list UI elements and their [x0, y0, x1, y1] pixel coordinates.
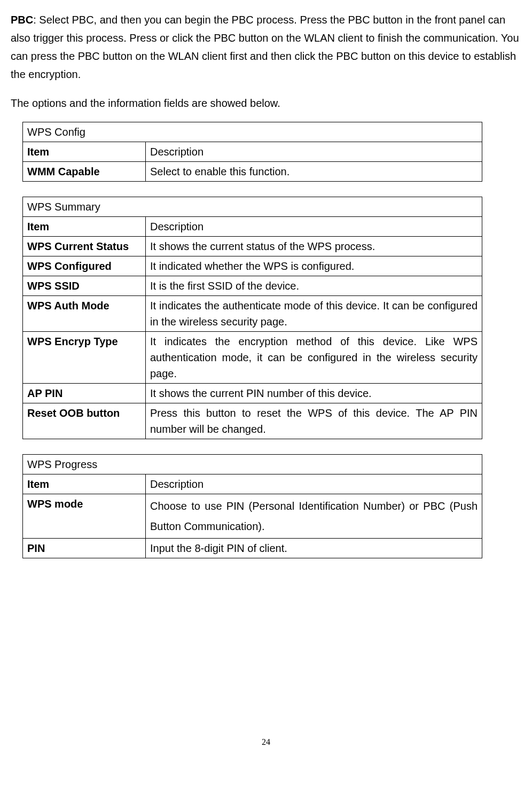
- wps-summary-row-6-item: Reset OOB button: [23, 403, 146, 439]
- table-row: WPS Summary: [23, 197, 482, 217]
- wps-progress-table: WPS Progress Item Description WPS mode C…: [22, 454, 482, 558]
- wps-summary-row-1-desc: It indicated whether the WPS is configur…: [146, 256, 482, 276]
- options-line: The options and the information fields a…: [11, 94, 521, 112]
- wps-progress-header-desc: Description: [146, 474, 482, 494]
- wps-summary-row-5-desc: It shows the current PIN number of this …: [146, 384, 482, 403]
- wps-summary-row-4-desc: It indicates the encryption method of th…: [146, 332, 482, 384]
- pbc-bold: PBC: [11, 14, 33, 26]
- table-row: WPS Encryp Type It indicates the encrypt…: [23, 332, 482, 384]
- pbc-paragraph: PBC: Select PBC, and then you can begin …: [11, 11, 521, 83]
- wps-progress-row-0-desc: Choose to use PIN (Personal Identificati…: [146, 494, 482, 539]
- table-row: WPS Configured It indicated whether the …: [23, 256, 482, 276]
- table-row: AP PIN It shows the current PIN number o…: [23, 384, 482, 403]
- wps-progress-row-1-item: PIN: [23, 539, 146, 558]
- wps-summary-row-3-item: WPS Auth Mode: [23, 296, 146, 332]
- wps-config-table: WPS Config Item Description WMM Capable …: [22, 122, 482, 182]
- table-row: Reset OOB button Press this button to re…: [23, 403, 482, 439]
- wps-summary-row-3-desc: It indicates the authenticate mode of th…: [146, 296, 482, 332]
- wps-summary-row-6-desc: Press this button to reset the WPS of th…: [146, 403, 482, 439]
- wps-config-title: WPS Config: [23, 122, 482, 142]
- table-row: WPS Config: [23, 122, 482, 142]
- wps-summary-header-item: Item: [23, 217, 146, 237]
- wps-summary-row-0-desc: It shows the current status of the WPS p…: [146, 237, 482, 256]
- wps-config-header-desc: Description: [146, 142, 482, 162]
- wps-summary-row-2-desc: It is the first SSID of the device.: [146, 276, 482, 296]
- table-row: PIN Input the 8-digit PIN of client.: [23, 539, 482, 558]
- wps-summary-table: WPS Summary Item Description WPS Current…: [22, 197, 482, 439]
- wps-summary-row-1-item: WPS Configured: [23, 256, 146, 276]
- table-row: Item Description: [23, 474, 482, 494]
- wps-summary-header-desc: Description: [146, 217, 482, 237]
- table-row: Item Description: [23, 142, 482, 162]
- wps-summary-row-0-item: WPS Current Status: [23, 237, 146, 256]
- wps-config-header-item: Item: [23, 142, 146, 162]
- wps-summary-row-4-item: WPS Encryp Type: [23, 332, 146, 384]
- wps-progress-header-item: Item: [23, 474, 146, 494]
- table-row: WPS mode Choose to use PIN (Personal Ide…: [23, 494, 482, 539]
- wps-config-row-0-desc: Select to enable this function.: [146, 162, 482, 182]
- wps-progress-row-0-item: WPS mode: [23, 494, 146, 539]
- wps-progress-row-1-desc: Input the 8-digit PIN of client.: [146, 539, 482, 558]
- wps-config-row-0-item: WMM Capable: [23, 162, 146, 182]
- table-row: Item Description: [23, 217, 482, 237]
- pbc-rest: : Select PBC, and then you can begin the…: [11, 14, 519, 80]
- table-row: WPS Progress: [23, 455, 482, 474]
- table-row: WPS Auth Mode It indicates the authentic…: [23, 296, 482, 332]
- wps-summary-row-2-item: WPS SSID: [23, 276, 146, 296]
- wps-summary-row-5-item: AP PIN: [23, 384, 146, 403]
- table-row: WPS SSID It is the first SSID of the dev…: [23, 276, 482, 296]
- table-row: WPS Current Status It shows the current …: [23, 237, 482, 256]
- page-number: 24: [11, 735, 521, 749]
- wps-progress-title: WPS Progress: [23, 455, 482, 474]
- table-row: WMM Capable Select to enable this functi…: [23, 162, 482, 182]
- wps-summary-title: WPS Summary: [23, 197, 482, 217]
